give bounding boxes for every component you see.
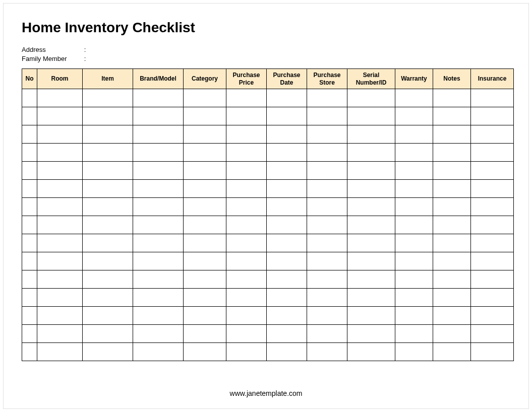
table-cell [395,107,433,125]
table-cell [471,144,514,162]
table-cell [347,234,395,252]
table-cell [395,216,433,234]
table-row [22,144,514,162]
table-cell [83,289,133,307]
table-cell [347,307,395,325]
table-cell [184,144,226,162]
table-cell [433,198,471,216]
table-cell [37,144,83,162]
table-cell [471,89,514,107]
table-cell [184,180,226,198]
table-cell [395,125,433,144]
page-title: Home Inventory Checklist [22,20,510,36]
table-cell [226,307,267,325]
table-cell [22,289,37,307]
table-cell [83,144,133,162]
table-row [22,107,514,125]
table-cell [184,270,226,289]
table-row [22,325,514,343]
table-cell [133,252,184,270]
table-cell [347,144,395,162]
column-header: No [22,69,37,89]
table-row [22,289,514,307]
table-cell [133,144,184,162]
table-cell [433,162,471,180]
table-cell [307,162,347,180]
table-row [22,216,514,234]
column-header: Insurance [471,69,514,89]
table-cell [22,270,37,289]
table-cell [133,307,184,325]
table-cell [433,270,471,289]
table-cell [83,198,133,216]
table-cell [395,180,433,198]
table-cell [133,325,184,343]
table-cell [37,162,83,180]
table-cell [133,180,184,198]
table-cell [307,107,347,125]
table-cell [307,125,347,144]
inventory-table: NoRoomItemBrand/ModelCategoryPurchase Pr… [22,68,514,361]
table-cell [267,307,307,325]
table-cell [83,252,133,270]
table-cell [433,216,471,234]
table-cell [226,107,267,125]
column-header: Serial Number/ID [347,69,395,89]
table-cell [22,252,37,270]
table-row [22,252,514,270]
column-header: Purchase Store [307,69,347,89]
column-header: Purchase Date [267,69,307,89]
table-cell [22,89,37,107]
table-cell [347,252,395,270]
table-cell [37,107,83,125]
table-cell [307,216,347,234]
table-row [22,270,514,289]
table-cell [471,107,514,125]
table-cell [83,180,133,198]
table-cell [133,162,184,180]
address-label: Address [22,46,82,53]
table-cell [267,144,307,162]
table-cell [133,289,184,307]
table-cell [37,216,83,234]
table-cell [133,234,184,252]
table-cell [226,270,267,289]
table-cell [395,144,433,162]
table-cell [226,162,267,180]
table-cell [37,198,83,216]
table-cell [226,325,267,343]
table-row [22,180,514,198]
table-cell [184,198,226,216]
inventory-table-wrap: NoRoomItemBrand/ModelCategoryPurchase Pr… [22,68,510,361]
table-cell [307,307,347,325]
document-page: Home Inventory Checklist Address : Famil… [3,3,529,409]
table-cell [184,107,226,125]
table-cell [471,180,514,198]
table-cell [37,270,83,289]
table-cell [471,325,514,343]
table-row [22,162,514,180]
table-cell [347,325,395,343]
table-cell [267,343,307,361]
table-header-row: NoRoomItemBrand/ModelCategoryPurchase Pr… [22,69,514,89]
table-cell [395,198,433,216]
table-cell [471,162,514,180]
table-cell [37,125,83,144]
table-cell [133,270,184,289]
table-cell [83,125,133,144]
table-cell [37,234,83,252]
table-cell [184,252,226,270]
column-header: Item [83,69,133,89]
table-cell [184,125,226,144]
column-header: Notes [433,69,471,89]
table-cell [471,270,514,289]
table-cell [83,234,133,252]
table-cell [22,162,37,180]
family-colon: : [84,55,89,62]
table-cell [133,198,184,216]
table-cell [133,89,184,107]
table-cell [37,289,83,307]
table-cell [37,89,83,107]
column-header: Warranty [395,69,433,89]
table-cell [83,107,133,125]
